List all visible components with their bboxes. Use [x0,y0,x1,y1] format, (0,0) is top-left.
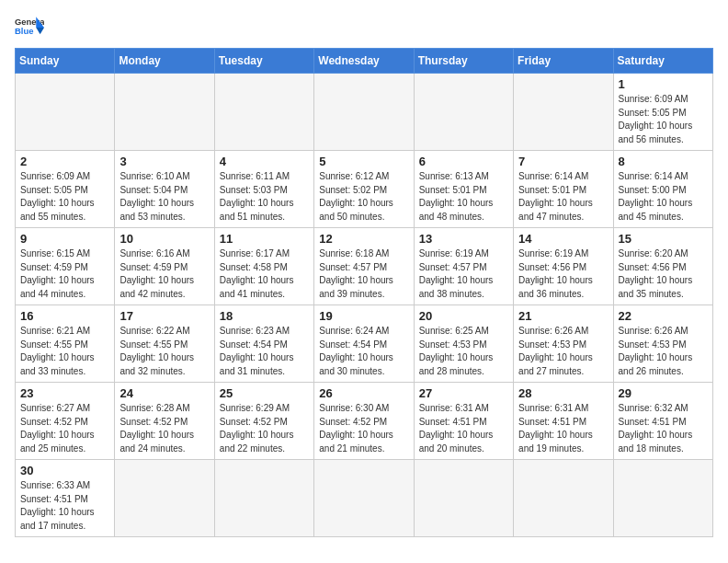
day-info: Sunrise: 6:19 AM Sunset: 4:56 PM Dayligh… [518,247,608,301]
calendar-day-cell: 10Sunrise: 6:16 AM Sunset: 4:59 PM Dayli… [115,228,214,305]
calendar-day-cell: 13Sunrise: 6:19 AM Sunset: 4:57 PM Dayli… [414,228,513,305]
day-info: Sunrise: 6:15 AM Sunset: 4:59 PM Dayligh… [20,247,109,301]
calendar-day-cell: 30Sunrise: 6:33 AM Sunset: 4:51 PM Dayli… [16,460,115,537]
calendar-table: SundayMondayTuesdayWednesdayThursdayFrid… [15,48,713,537]
calendar-day-cell: 15Sunrise: 6:20 AM Sunset: 4:56 PM Dayli… [613,228,712,305]
day-number: 4 [220,155,309,168]
day-info: Sunrise: 6:25 AM Sunset: 4:53 PM Dayligh… [419,325,508,378]
day-info: Sunrise: 6:31 AM Sunset: 4:51 PM Dayligh… [518,402,608,455]
day-info: Sunrise: 6:30 AM Sunset: 4:52 PM Dayligh… [319,402,408,455]
day-number: 9 [20,232,109,246]
calendar-day-cell: 20Sunrise: 6:25 AM Sunset: 4:53 PM Dayli… [414,305,513,383]
weekday-header-wednesday: Wednesday [314,49,414,74]
day-number: 5 [319,155,408,168]
day-number: 18 [220,309,309,323]
day-number: 29 [619,386,708,400]
calendar-week-row: 16Sunrise: 6:21 AM Sunset: 4:55 PM Dayli… [16,305,713,383]
svg-text:Blue: Blue [15,26,33,36]
calendar-day-cell [214,460,313,537]
calendar-day-cell: 17Sunrise: 6:22 AM Sunset: 4:55 PM Dayli… [115,305,214,383]
calendar-day-cell [115,460,214,537]
calendar-day-cell: 19Sunrise: 6:24 AM Sunset: 4:54 PM Dayli… [314,305,414,383]
calendar-day-cell: 11Sunrise: 6:17 AM Sunset: 4:58 PM Dayli… [214,228,313,305]
day-info: Sunrise: 6:12 AM Sunset: 5:02 PM Dayligh… [319,170,408,224]
day-number: 21 [518,309,608,323]
weekday-header-row: SundayMondayTuesdayWednesdayThursdayFrid… [16,49,713,74]
day-number: 10 [119,232,209,246]
calendar-day-cell: 12Sunrise: 6:18 AM Sunset: 4:57 PM Dayli… [314,228,414,305]
calendar-day-cell [514,460,613,537]
day-number: 15 [619,232,708,246]
day-number: 2 [20,155,109,168]
day-info: Sunrise: 6:29 AM Sunset: 4:52 PM Dayligh… [220,402,309,455]
day-number: 25 [220,386,309,400]
day-info: Sunrise: 6:16 AM Sunset: 4:59 PM Dayligh… [119,247,209,301]
day-info: Sunrise: 6:24 AM Sunset: 4:54 PM Dayligh… [319,325,408,378]
calendar-day-cell: 7Sunrise: 6:14 AM Sunset: 5:01 PM Daylig… [514,151,613,228]
calendar-day-cell: 16Sunrise: 6:21 AM Sunset: 4:55 PM Dayli… [16,305,115,383]
calendar-day-cell [16,74,115,151]
calendar-day-cell: 14Sunrise: 6:19 AM Sunset: 4:56 PM Dayli… [514,228,613,305]
day-info: Sunrise: 6:11 AM Sunset: 5:03 PM Dayligh… [220,170,309,224]
weekday-header-sunday: Sunday [16,49,115,74]
day-number: 14 [518,232,608,246]
day-number: 19 [319,309,408,323]
calendar-week-row: 2Sunrise: 6:09 AM Sunset: 5:05 PM Daylig… [16,151,713,228]
logo-icon: General Blue [15,15,44,40]
day-info: Sunrise: 6:21 AM Sunset: 4:55 PM Dayligh… [20,325,109,378]
day-info: Sunrise: 6:19 AM Sunset: 4:57 PM Dayligh… [419,247,508,301]
logo: General Blue [15,15,44,40]
day-number: 27 [419,386,508,400]
day-info: Sunrise: 6:32 AM Sunset: 4:51 PM Dayligh… [619,402,708,455]
calendar-day-cell: 23Sunrise: 6:27 AM Sunset: 4:52 PM Dayli… [16,383,115,460]
day-info: Sunrise: 6:13 AM Sunset: 5:01 PM Dayligh… [419,170,508,224]
day-number: 3 [119,155,209,168]
calendar-day-cell: 27Sunrise: 6:31 AM Sunset: 4:51 PM Dayli… [414,383,513,460]
day-number: 16 [20,309,109,323]
day-number: 12 [319,232,408,246]
day-number: 13 [419,232,508,246]
calendar-day-cell [214,74,313,151]
calendar-day-cell: 9Sunrise: 6:15 AM Sunset: 4:59 PM Daylig… [16,228,115,305]
day-number: 1 [619,77,708,91]
calendar-day-cell [414,74,513,151]
day-info: Sunrise: 6:28 AM Sunset: 4:52 PM Dayligh… [119,402,209,455]
calendar-day-cell [514,74,613,151]
weekday-header-thursday: Thursday [414,49,513,74]
weekday-header-friday: Friday [514,49,613,74]
day-number: 30 [20,464,109,477]
svg-marker-3 [36,28,44,34]
day-info: Sunrise: 6:20 AM Sunset: 4:56 PM Dayligh… [619,247,708,301]
calendar-day-cell [115,74,214,151]
calendar-day-cell: 18Sunrise: 6:23 AM Sunset: 4:54 PM Dayli… [214,305,313,383]
day-info: Sunrise: 6:18 AM Sunset: 4:57 PM Dayligh… [319,247,408,301]
day-number: 11 [220,232,309,246]
day-number: 7 [518,155,608,168]
day-info: Sunrise: 6:33 AM Sunset: 4:51 PM Dayligh… [20,479,109,533]
day-info: Sunrise: 6:26 AM Sunset: 4:53 PM Dayligh… [518,325,608,378]
calendar-day-cell: 24Sunrise: 6:28 AM Sunset: 4:52 PM Dayli… [115,383,214,460]
day-number: 8 [619,155,708,168]
day-info: Sunrise: 6:09 AM Sunset: 5:05 PM Dayligh… [619,93,708,146]
calendar-day-cell: 2Sunrise: 6:09 AM Sunset: 5:05 PM Daylig… [16,151,115,228]
calendar-day-cell: 3Sunrise: 6:10 AM Sunset: 5:04 PM Daylig… [115,151,214,228]
day-info: Sunrise: 6:23 AM Sunset: 4:54 PM Dayligh… [220,325,309,378]
weekday-header-tuesday: Tuesday [214,49,313,74]
calendar-day-cell: 1Sunrise: 6:09 AM Sunset: 5:05 PM Daylig… [613,74,712,151]
day-number: 20 [419,309,508,323]
day-info: Sunrise: 6:14 AM Sunset: 5:00 PM Dayligh… [619,170,708,224]
calendar-week-row: 9Sunrise: 6:15 AM Sunset: 4:59 PM Daylig… [16,228,713,305]
day-number: 22 [619,309,708,323]
page-header: General Blue [15,15,713,40]
calendar-week-row: 30Sunrise: 6:33 AM Sunset: 4:51 PM Dayli… [16,460,713,537]
calendar-day-cell [414,460,513,537]
calendar-day-cell: 21Sunrise: 6:26 AM Sunset: 4:53 PM Dayli… [514,305,613,383]
day-number: 28 [518,386,608,400]
calendar-day-cell [314,460,414,537]
day-info: Sunrise: 6:22 AM Sunset: 4:55 PM Dayligh… [119,325,209,378]
calendar-day-cell: 6Sunrise: 6:13 AM Sunset: 5:01 PM Daylig… [414,151,513,228]
day-info: Sunrise: 6:27 AM Sunset: 4:52 PM Dayligh… [20,402,109,455]
weekday-header-saturday: Saturday [613,49,712,74]
day-number: 26 [319,386,408,400]
calendar-day-cell: 4Sunrise: 6:11 AM Sunset: 5:03 PM Daylig… [214,151,313,228]
